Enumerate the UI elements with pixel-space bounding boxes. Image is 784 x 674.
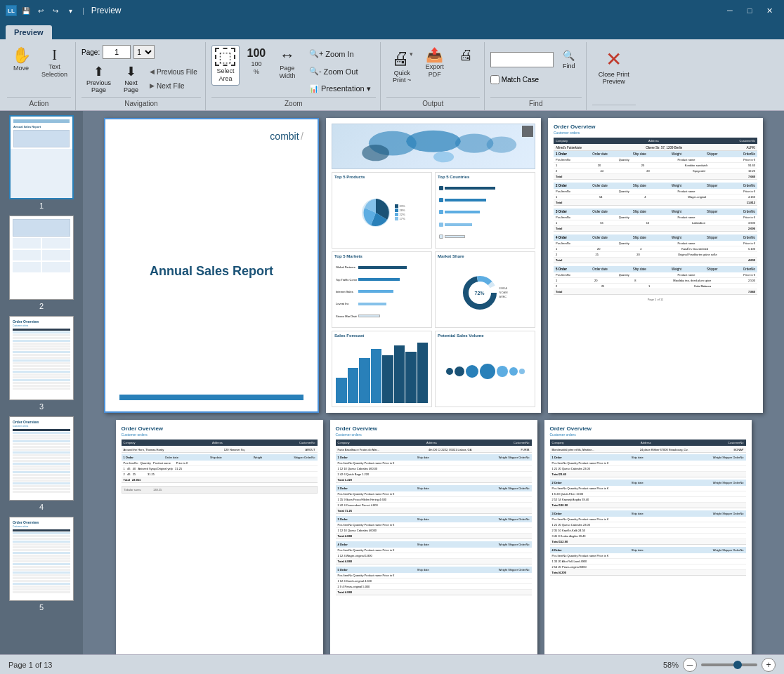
export-icon: 📤 <box>426 48 443 62</box>
page-width-button[interactable]: ↔ PageWidth <box>273 45 301 83</box>
ribbon-group-close-print: ✕ Close PrintPreview <box>588 42 640 110</box>
next-page-button[interactable]: ⬇ NextPage <box>119 60 143 97</box>
thumbnail-number-2: 2 <box>39 302 44 310</box>
zoom-controls: 58% ─ + <box>663 658 776 672</box>
page-dropdown[interactable]: 1 <box>133 45 155 59</box>
previous-file-button[interactable]: ◀ Previous File <box>146 66 201 78</box>
presentation-button[interactable]: 📊 Presentation ▾ <box>304 81 376 96</box>
thumbnail-page-4[interactable]: Order Overview Customer orders <box>3 416 80 511</box>
previous-page-button[interactable]: ⬆ PreviousPage <box>81 60 116 97</box>
save-qa-button[interactable]: 💾 <box>20 4 32 17</box>
zoom-out-status-button[interactable]: ─ <box>683 658 697 672</box>
pie-chart-svg <box>358 195 393 230</box>
order-title-1: Order Overview <box>554 124 757 130</box>
zoom-in-out-controls: 🔍+ Zoom In 🔍- Zoom Out 📊 Presentation ▾ <box>304 46 376 96</box>
zoom-out-button[interactable]: 🔍- Zoom Out <box>304 64 376 79</box>
nav-page-controls: Page: 1 ⬆ PreviousPage ⬇ NextPage <box>81 45 201 97</box>
potential-sales-box: Potential Sales Volume <box>435 331 535 407</box>
find-button[interactable]: 🔍 Find <box>556 48 582 72</box>
presentation-icon: 📊 <box>309 84 319 93</box>
thumbnail-page-1[interactable]: Annual Sales Report 1 <box>3 115 80 210</box>
order-header-3: Company Address CustomerNo <box>336 440 532 446</box>
zoom-in-button[interactable]: 🔍+ Zoom In <box>304 46 376 61</box>
top5-countries-box: Top 5 Countries <box>435 172 535 249</box>
title-bar-left: LL 💾 ↩ ↪ ▾ | Preview <box>6 4 122 17</box>
navigation-group-label: Navigation <box>81 97 201 107</box>
thumbnail-page-5[interactable]: Order Overview Customer orders <box>3 517 80 612</box>
zoom-level-text: 58% <box>663 661 679 669</box>
preview-page-4: Order Overview Customer orders Company A… <box>116 420 323 654</box>
sales-forecast-box: Sales Forecast <box>332 331 432 407</box>
zoom-group-content: ⬚ SelectArea 100 100% ↔ PageWidth 🔍+ Zoo… <box>211 42 376 97</box>
svg-point-4 <box>362 145 389 161</box>
quick-print-icon: 🖨 <box>391 48 410 70</box>
next-file-button[interactable]: ▶ Next File <box>146 80 201 92</box>
file-nav-btns: ◀ Previous File ▶ Next File <box>146 66 201 92</box>
zoom-slider-thumb[interactable] <box>733 661 742 669</box>
ribbon-tab-bar: Preview <box>0 21 784 39</box>
zoom-in-status-button[interactable]: + <box>762 658 776 672</box>
quick-print-button[interactable]: 🖨 ▾ QuickPrint ~ <box>386 45 418 86</box>
tab-preview[interactable]: Preview <box>6 25 52 39</box>
match-case-checkbox[interactable] <box>490 75 499 84</box>
zoom-slider[interactable] <box>701 663 757 666</box>
close-print-group-label <box>592 105 636 107</box>
find-icon: 🔍 <box>563 50 575 61</box>
print-direct-button[interactable]: 🖨 <box>452 45 480 66</box>
svg-point-5 <box>433 152 454 163</box>
world-map-svg <box>332 124 535 168</box>
undo-qa-button[interactable]: ↩ <box>34 4 47 17</box>
text-selection-button[interactable]: I TextSelection <box>38 45 71 81</box>
page-info-text: Page 1 of 13 <box>8 661 52 669</box>
donut-chart: 72% <box>463 276 497 310</box>
qa-dropdown-button[interactable]: ▾ <box>64 4 77 17</box>
move-button[interactable]: ✋ Move <box>7 45 35 75</box>
minimize-button[interactable]: ─ <box>721 4 739 18</box>
close-print-preview-button[interactable]: ✕ Close PrintPreview <box>592 45 636 88</box>
quick-print-container: 🖨 ▾ QuickPrint ~ <box>386 45 418 86</box>
order-section-2: 2 Order Order date Ship date Weight Ship… <box>554 183 757 206</box>
order-subtitle-2: Customer orders <box>122 432 318 437</box>
close-window-button[interactable]: ✕ <box>760 4 778 18</box>
ribbon: ✋ Move I TextSelection Action Page: 1 <box>0 39 784 111</box>
title-text: Preview <box>91 6 122 15</box>
thumbnail-page-2[interactable]: 2 <box>3 216 80 310</box>
thumbnail-frame-1: Annual Sales Report <box>9 115 74 199</box>
match-case-label[interactable]: Match Case <box>490 75 582 84</box>
zoom-out-label: Zoom Out <box>324 67 358 76</box>
thumbnail-sidebar[interactable]: Annual Sales Report 1 <box>0 111 83 654</box>
ribbon-group-zoom: ⬚ SelectArea 100 100% ↔ PageWidth 🔍+ Zoo… <box>207 42 381 110</box>
window-controls: ─ □ ✕ <box>721 4 778 18</box>
page-number-input[interactable] <box>103 45 131 59</box>
find-input-row: 🔍 Find <box>490 48 582 72</box>
close-print-icon: ✕ <box>606 48 622 71</box>
zoom-100-button[interactable]: 100 100% <box>242 45 270 79</box>
thumbnail-number-3: 3 <box>39 402 44 411</box>
maximize-button[interactable]: □ <box>740 4 759 18</box>
preview-page-1: combit / Annual Sales Report <box>104 118 319 413</box>
page-width-icon: ↔ <box>280 48 295 63</box>
zoom-in-label: Zoom In <box>325 50 353 58</box>
thumbnail-frame-5: Order Overview Customer orders <box>9 517 74 601</box>
preview-area[interactable]: combit / Annual Sales Report <box>83 111 784 654</box>
order-subtitle-4: Customer orders <box>550 432 746 437</box>
zoom-group-label: Zoom <box>211 97 376 107</box>
thumbnail-page-3[interactable]: Order Overview Customer orders <box>3 316 80 411</box>
top5-markets-box: Top 5 Markets Global Partners Top Traffi… <box>332 251 432 328</box>
order-section-5: 5 Order Order date Ship date Weight Ship… <box>554 266 757 295</box>
quick-print-label: QuickPrint ~ <box>393 70 411 84</box>
top5-products-box: Top 5 Products 33% <box>332 172 432 249</box>
redo-qa-button[interactable]: ↪ <box>49 4 62 17</box>
prev-next-row: ⬆ PreviousPage ⬇ NextPage ◀ Previous Fil… <box>81 60 201 97</box>
find-search-input[interactable] <box>490 52 554 67</box>
select-area-button[interactable]: ⬚ SelectArea <box>211 45 240 86</box>
qr-code <box>522 126 533 137</box>
title-bar: LL 💾 ↩ ↪ ▾ | Preview ─ □ ✕ <box>0 0 784 21</box>
preview-page-2: Top 5 Products 33% <box>326 118 541 413</box>
page-row: Page: 1 <box>81 45 201 59</box>
sales-report-title: Annual Sales Report <box>150 263 273 280</box>
world-map <box>332 124 535 169</box>
find-group-content: 🔍 Find Match Case <box>490 42 582 97</box>
combit-logo-area: combit / <box>119 131 303 142</box>
export-button[interactable]: 📤 ExportPDF <box>421 45 449 81</box>
